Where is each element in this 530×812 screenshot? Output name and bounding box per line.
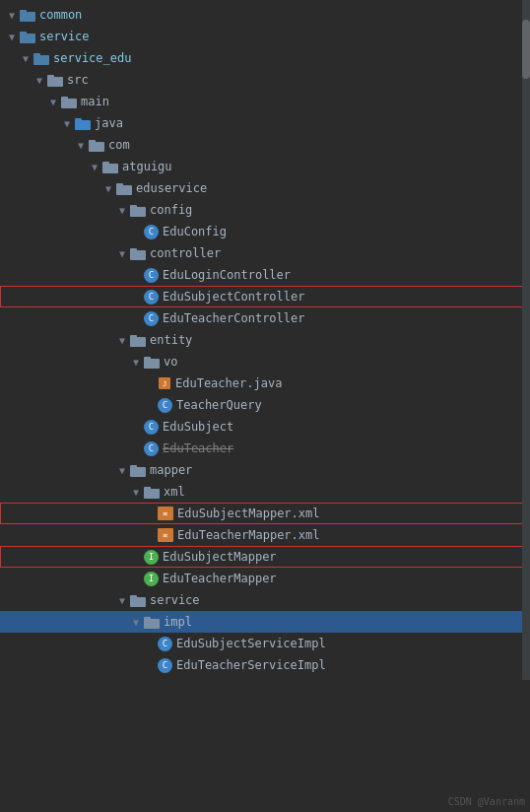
arrow-service_edu <box>18 53 33 64</box>
tree-item-EduConfig[interactable]: ▶CEduConfig <box>0 221 530 242</box>
tree-item-atguigu[interactable]: atguigu <box>0 156 530 177</box>
folder-icon-xml <box>144 486 160 499</box>
module-icon-service_edu <box>33 52 49 65</box>
tree-item-EduTeacher_java[interactable]: ▶ J EduTeacher.java <box>0 372 530 394</box>
arrow-common <box>4 10 20 21</box>
label-java: java <box>95 116 123 130</box>
tree-item-EduLoginController[interactable]: ▶CEduLoginController <box>0 264 530 286</box>
tree-item-service_folder[interactable]: service <box>0 589 530 611</box>
svg-rect-9 <box>61 97 68 101</box>
class-icon-EduLoginController: C <box>144 268 159 283</box>
label-controller: controller <box>150 246 221 260</box>
folder-icon-src <box>47 74 63 87</box>
label-impl: impl <box>164 615 192 629</box>
tree-item-impl[interactable]: impl <box>0 611 530 633</box>
tree-item-EduSubjectServiceImpl[interactable]: ▶CEduSubjectServiceImpl <box>0 633 530 654</box>
svg-rect-31 <box>144 487 151 491</box>
folder-icon-config <box>130 204 146 217</box>
tree-item-common[interactable]: common <box>0 4 530 26</box>
arrow-com <box>73 140 89 151</box>
svg-rect-35 <box>144 617 151 621</box>
tree-item-service[interactable]: service <box>0 26 530 47</box>
label-atguigu: atguigu <box>122 160 172 173</box>
label-EduTeacher: EduTeacher <box>163 441 233 455</box>
tree-item-entity[interactable]: entity <box>0 329 530 351</box>
svg-rect-3 <box>20 32 27 35</box>
class-icon-EduSubjectController: C <box>144 290 159 304</box>
interface-icon-EduSubjectMapper: I <box>144 550 159 565</box>
label-vo: vo <box>164 355 177 369</box>
class-icon-EduConfig: C <box>144 225 159 239</box>
tree-item-EduSubject[interactable]: ▶CEduSubject <box>0 416 530 438</box>
folder-blue-icon-java <box>75 117 91 130</box>
label-TeacherQuery: TeacherQuery <box>176 398 262 412</box>
tree-item-TeacherQuery[interactable]: ▶CTeacherQuery <box>0 394 530 416</box>
folder-icon-com <box>89 139 104 152</box>
tree-item-java[interactable]: java <box>0 112 530 134</box>
label-EduTeacherMapper: EduTeacherMapper <box>163 572 277 585</box>
svg-rect-25 <box>144 357 151 361</box>
tree-item-EduTeacherServiceImpl[interactable]: ▶CEduTeacherServiceImpl <box>0 654 530 676</box>
tree-item-EduTeacherController[interactable]: ▶CEduTeacherController <box>0 307 530 329</box>
tree-item-com[interactable]: com <box>0 134 530 156</box>
tree-item-main[interactable]: main <box>0 91 530 112</box>
arrow-xml <box>128 487 144 498</box>
class-icon-EduTeacherServiceImpl: C <box>158 658 172 673</box>
class-icon-TeacherQuery: C <box>158 398 172 413</box>
tree-item-EduSubjectController[interactable]: ▶CEduSubjectController <box>0 286 530 307</box>
label-src: src <box>67 73 89 87</box>
label-service_folder: service <box>150 593 200 607</box>
interface-icon-EduTeacherMapper: I <box>144 572 159 586</box>
watermark: CSDN @Vanranm <box>448 796 525 807</box>
folder-icon-eduservice <box>116 182 132 195</box>
svg-text:J: J <box>163 380 166 388</box>
label-EduSubjectMapper_xml: EduSubjectMapper.xml <box>177 507 320 520</box>
arrow-src <box>32 75 47 86</box>
tree-item-vo[interactable]: vo <box>0 351 530 372</box>
folder-icon-impl <box>144 616 160 629</box>
module-icon-service <box>20 31 35 43</box>
tree-item-EduTeacher[interactable]: ▶CEduTeacher <box>0 438 530 459</box>
svg-rect-21 <box>130 248 137 252</box>
tree-item-src[interactable]: src <box>0 69 530 91</box>
tree-item-EduSubjectMapper[interactable]: ▶IEduSubjectMapper <box>0 546 530 568</box>
svg-rect-17 <box>116 183 123 187</box>
label-EduConfig: EduConfig <box>163 225 227 238</box>
scrollbar-thumb[interactable] <box>522 20 530 79</box>
arrow-controller <box>114 248 130 259</box>
label-EduSubjectMapper: EduSubjectMapper <box>163 550 277 564</box>
label-com: com <box>108 138 130 152</box>
label-config: config <box>150 203 192 217</box>
svg-rect-7 <box>47 75 54 79</box>
class-icon-EduSubject: C <box>144 420 159 435</box>
tree-item-EduSubjectMapper_xml[interactable]: ▶≡EduSubjectMapper.xml <box>0 503 530 524</box>
label-mapper: mapper <box>150 463 192 477</box>
folder-icon-entity <box>130 334 146 347</box>
tree-item-EduTeacherMapper_xml[interactable]: ▶≡EduTeacherMapper.xml <box>0 524 530 546</box>
file-tree-panel: common service service_edu src main java… <box>0 0 530 680</box>
tree-item-EduTeacherMapper[interactable]: ▶IEduTeacherMapper <box>0 568 530 589</box>
tree-item-config[interactable]: config <box>0 199 530 221</box>
label-EduSubjectController: EduSubjectController <box>163 290 305 304</box>
folder-icon-service_folder <box>130 594 146 607</box>
label-EduSubjectServiceImpl: EduSubjectServiceImpl <box>176 637 326 650</box>
arrow-java <box>59 118 75 129</box>
tree-item-mapper[interactable]: mapper <box>0 459 530 481</box>
svg-rect-5 <box>33 53 40 57</box>
folder-icon-main <box>61 96 77 108</box>
svg-rect-29 <box>130 465 137 469</box>
label-xml: xml <box>164 485 185 499</box>
class-icon-EduTeacher: C <box>144 441 159 456</box>
arrow-impl <box>128 617 144 628</box>
tree-item-controller[interactable]: controller <box>0 242 530 264</box>
arrow-service_folder <box>114 595 130 606</box>
tree-item-xml[interactable]: xml <box>0 481 530 503</box>
label-entity: entity <box>150 333 192 347</box>
label-EduLoginController: EduLoginController <box>163 268 291 282</box>
tree-item-service_edu[interactable]: service_edu <box>0 47 530 69</box>
folder-icon-controller <box>130 247 146 260</box>
label-eduservice: eduservice <box>136 181 207 195</box>
tree-item-eduservice[interactable]: eduservice <box>0 177 530 199</box>
scrollbar[interactable] <box>522 0 530 680</box>
svg-rect-13 <box>89 140 96 144</box>
